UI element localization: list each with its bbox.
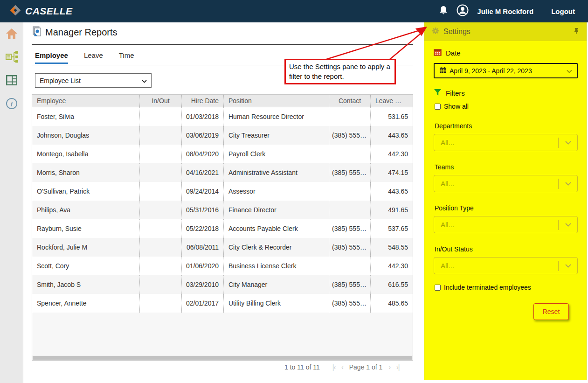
cell-leave: 443.65 [370,182,413,201]
previous-page-button[interactable]: ‹ [341,363,343,371]
cell-position: Business License Clerk [223,257,329,275]
checkbox-box [435,285,441,291]
position-type-select[interactable]: All... [434,216,578,233]
column-header-contact[interactable]: Contact [329,95,370,107]
svg-text:i: i [11,101,13,108]
horizontal-scrollbar-thumb[interactable] [33,356,412,360]
cell-contact [329,107,370,126]
next-page-button[interactable]: › [388,363,390,371]
dashboard-layout-icon[interactable] [5,74,18,87]
cell-hire_date: 01/06/2020 [181,257,223,275]
settings-panel: Settings [424,22,587,380]
teams-select[interactable]: All... [434,175,578,192]
user-avatar-icon[interactable] [457,4,469,18]
departments-value: All... [441,139,454,146]
pagination: 1 to 11 of 11 |‹ ‹ Page 1 of 1 › ›| [284,363,399,371]
report-select-value: Employee List [40,77,81,84]
cell-leave: 442.30 [370,257,413,275]
cell-position: Administrative Assistant [223,163,329,182]
filters-heading-label: Filters [446,89,465,97]
brand: CASELLE [9,4,73,18]
departments-select[interactable]: All... [434,134,578,151]
cell-position: Accounts Payable Clerk [223,219,329,238]
home-icon[interactable] [5,27,18,40]
table-row[interactable]: Rayburn, Susie05/22/2018Accounts Payable… [32,219,413,238]
table-row[interactable]: O'Sullivan, Patrick09/24/2014Assessor443… [32,182,413,201]
table-row[interactable]: Philips, Ava05/31/2016Finance Director49… [32,201,413,219]
tab-leave[interactable]: Leave [84,51,103,64]
tab-time[interactable]: Time [119,51,134,64]
table-row[interactable]: Foster, Silvia01/03/2018Human Resource D… [32,107,413,126]
cell-employee: Rayburn, Susie [32,219,139,238]
cell-hire_date: 03/29/2010 [181,275,223,294]
table-row[interactable]: Scott, Cory01/06/2020Business License Cl… [32,257,413,275]
logout-button[interactable]: Logout [551,7,575,15]
cell-leave: 616.55 [370,275,413,294]
reset-button[interactable]: Reset [533,303,569,320]
cell-contact [329,145,370,163]
date-range-select[interactable]: April 9, 2023 - April 22, 2023 [434,63,578,78]
left-sidebar: i [0,22,23,383]
table-row[interactable]: Rockford, Julie M06/08/2011City Clerk & … [32,238,413,257]
chevron-down-icon [559,264,577,268]
table-row[interactable]: Morris, Sharon04/16/2021Administrative A… [32,163,413,182]
date-heading-label: Date [446,49,461,57]
position-type-value: All... [441,221,454,229]
calendar-glyph-icon [439,67,446,75]
table-row[interactable]: Smith, Jacob S03/29/2010City Manager(385… [32,275,413,294]
cell-contact [329,257,370,275]
cell-leave: 474.15 [370,163,413,182]
info-icon[interactable]: i [5,97,18,110]
column-header-employee[interactable]: Employee [32,95,139,107]
include-terminated-label: Include terminated employees [444,284,531,291]
first-page-button[interactable]: |‹ [332,363,335,371]
cell-inout [139,238,181,257]
report-document-icon [32,26,42,38]
teams-value: All... [441,180,454,188]
column-header-hire-date[interactable]: Hire Date [181,95,223,107]
cell-position: City Clerk & Recorder [223,238,329,257]
cell-hire_date: 04/16/2021 [181,163,223,182]
report-tabs: Employee Leave Time [35,51,134,64]
last-page-button[interactable]: ›| [396,363,399,371]
page-header: Manager Reports [32,26,118,38]
cell-leave: 485.65 [370,294,413,313]
column-header-position[interactable]: Position [223,95,329,107]
pin-icon[interactable] [574,28,579,36]
cell-position: Assessor [223,182,329,201]
report-type-select[interactable]: Employee List [35,73,152,88]
inout-status-select[interactable]: All... [434,257,578,274]
table-row[interactable]: Montego, Isabella08/04/2020Payroll Clerk… [32,145,413,163]
cell-inout [139,275,181,294]
org-chart-icon[interactable] [5,50,18,63]
cell-contact: (385) 555… [329,294,370,313]
table-empty-area [32,313,413,355]
cell-employee: Foster, Silvia [32,107,139,126]
include-terminated-checkbox[interactable]: Include terminated employees [435,284,576,291]
chevron-down-icon [567,67,572,75]
page-title: Manager Reports [45,27,118,38]
column-header-leave[interactable]: Leave … [370,95,413,107]
cell-employee: Spencer, Annette [32,294,139,313]
user-name: Julie M Rockford [477,7,533,15]
cell-employee: Morris, Sharon [32,163,139,182]
pagination-page-label: Page 1 of 1 [349,363,383,371]
cell-employee: Rockford, Julie M [32,238,139,257]
table-row[interactable]: Spencer, Annette02/01/2017Utility Billin… [32,294,413,313]
cell-position: City Treasurer [223,126,329,145]
column-header-inout[interactable]: In/Out [139,95,181,107]
cell-contact [329,182,370,201]
notifications-bell-icon[interactable] [439,5,448,17]
chevron-down-icon [142,77,147,84]
show-all-checkbox[interactable]: Show all [435,103,576,110]
position-type-label: Position Type [435,204,576,212]
cell-leave: 442.30 [370,145,413,163]
table-row[interactable]: Johnson, Douglas03/06/2019City Treasurer… [32,126,413,145]
table-header: Employee In/Out Hire Date Position Conta… [32,95,413,107]
cell-contact: (385) 555… [329,163,370,182]
settings-title: Settings [443,28,470,36]
tab-employee[interactable]: Employee [35,51,68,64]
brand-name: CASELLE [25,6,73,17]
cell-inout [139,182,181,201]
caselle-logo-icon [9,4,21,18]
